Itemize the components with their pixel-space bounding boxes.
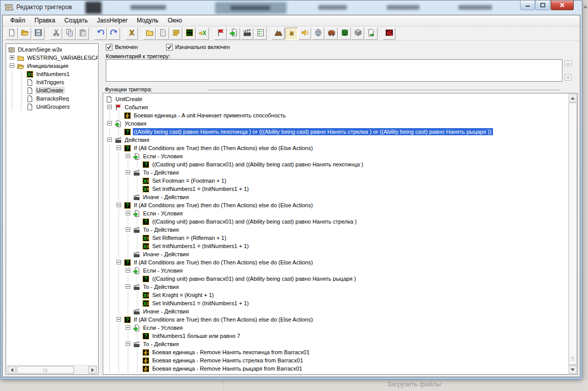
comment-input[interactable] xyxy=(106,59,562,82)
collapse-icon[interactable] xyxy=(126,284,130,289)
tree-row-label[interactable]: Боевая единица - Remove Нанять стрелка f… xyxy=(151,357,304,364)
tree-row[interactable]: То - Действия xyxy=(105,283,569,291)
tree-row[interactable]: То - Действия xyxy=(105,226,569,234)
tree-row-label[interactable]: Если - Условия xyxy=(142,324,184,331)
tree-row-label[interactable]: То - Действия xyxy=(142,283,180,290)
tree-row-label[interactable]: BarracksReq xyxy=(35,95,70,102)
collapse-icon[interactable] xyxy=(10,63,14,68)
tree-row[interactable]: BarracksReq xyxy=(8,94,98,103)
tree-row-label[interactable]: Если - Условия xyxy=(142,267,184,274)
script-checker-button[interactable] xyxy=(383,28,395,40)
tree-row[interactable]: DLearnSiege.w3x xyxy=(8,45,98,54)
tree-row[interactable]: Если - Условия xyxy=(105,209,569,217)
tree-row-label[interactable]: ((Casting unit) равно Barracx01) and ((A… xyxy=(151,218,358,225)
tree-row[interactable]: Инициализация xyxy=(8,62,98,70)
copy-button[interactable] xyxy=(63,28,76,40)
object-editor-button[interactable]: a xyxy=(285,28,298,40)
collapse-icon[interactable] xyxy=(126,211,130,215)
variables-button[interactable]: X xyxy=(196,28,209,40)
splitter-handle[interactable] xyxy=(208,90,559,91)
tree-row[interactable]: ?If (All Conditions are True) then do (T… xyxy=(105,258,569,266)
tree-row[interactable]: ?If (All Conditions are True) then do (T… xyxy=(105,144,569,152)
tree-row-label[interactable]: If (All Conditions are True) then do (Th… xyxy=(133,202,314,209)
tree-row-label[interactable]: Иначе - Действия xyxy=(142,251,191,258)
tree-row-label[interactable]: UnitGroupers xyxy=(35,103,71,110)
tree-row[interactable]: Если - Условия xyxy=(105,152,569,160)
tree-row-label[interactable]: Set InitNumbers1 = (InitNumbers1 + 1) xyxy=(151,185,250,192)
tree-row-label[interactable]: То - Действия xyxy=(142,226,180,233)
tree-row[interactable]: ?InitNumbers1 больше или равно 7 xyxy=(105,332,569,340)
tree-row[interactable]: Иначе - Действия xyxy=(105,307,569,315)
tree-row[interactable]: То - Действия xyxy=(105,168,569,177)
tree-row-label[interactable]: События xyxy=(124,104,149,111)
vscroll-thumb[interactable] xyxy=(569,103,577,365)
new-document-button[interactable] xyxy=(5,28,18,40)
collapse-icon[interactable] xyxy=(107,121,112,126)
tree-row[interactable]: ?((Casting unit) равно Barracx01) and ((… xyxy=(105,160,569,168)
collapse-icon[interactable] xyxy=(126,341,130,346)
tree-row-label[interactable]: WESTRING_VARIABLESCA xyxy=(26,54,98,61)
tree-row[interactable]: UnitCreate xyxy=(8,86,98,94)
tree-row-label[interactable]: Set Rifleman = (Rifleman + 1) xyxy=(151,234,228,241)
load-files-link[interactable]: Загрузить файлы xyxy=(387,380,441,388)
collapse-icon[interactable] xyxy=(107,137,112,142)
delete-button[interactable]: X xyxy=(125,28,138,40)
menu-item-6[interactable]: Окно xyxy=(163,15,186,26)
tree-row[interactable]: Боевая единица - Remove Нанять рыцаря fr… xyxy=(105,364,569,373)
menu-item-5[interactable]: Модуль xyxy=(132,15,163,26)
comment-scroll-down[interactable] xyxy=(565,74,572,81)
test-map-button[interactable] xyxy=(365,28,378,40)
collapse-icon[interactable] xyxy=(126,170,130,175)
new-event-button[interactable] xyxy=(214,28,227,40)
scroll-right-button[interactable] xyxy=(88,366,97,374)
sound-editor-button[interactable] xyxy=(298,28,311,40)
scroll-up-button[interactable] xyxy=(569,94,577,102)
tree-row-label[interactable]: ((Casting unit) равно Barracx01) and ((A… xyxy=(151,275,358,282)
collapse-icon[interactable] xyxy=(116,260,121,264)
tree-row-label[interactable]: Если - Условия xyxy=(142,153,184,160)
hscroll-thumb[interactable] xyxy=(17,366,74,374)
tree-row-label[interactable]: Set InitNumbers1 = (InitNumbers1 + 1) xyxy=(151,300,250,307)
tree-row-label[interactable]: Боевая единица - Remove Нанять пехотинца… xyxy=(151,349,311,356)
new-category-button[interactable] xyxy=(143,28,156,40)
tree-row[interactable]: ?If (All Conditions are True) then do (T… xyxy=(105,201,569,209)
new-action-button[interactable] xyxy=(241,28,253,40)
tree-row-label[interactable]: То - Действия xyxy=(142,169,180,176)
tree-row[interactable]: Если - Условия xyxy=(105,266,569,275)
tree-row[interactable]: Боевая единица - Remove Нанять пехотинца… xyxy=(105,348,569,356)
maximize-button[interactable] xyxy=(535,1,550,10)
tree-row[interactable]: Иначе - Действия xyxy=(105,373,569,374)
tree-row-label[interactable]: InitTriggers xyxy=(35,79,66,86)
tree-row-label[interactable]: Set Knight = (Knight + 1) xyxy=(151,291,215,299)
tree-row[interactable]: Действия xyxy=(105,136,569,144)
new-condition-button[interactable] xyxy=(227,28,240,40)
tree-row[interactable]: ?((Ability being cast) равно Нанять пехо… xyxy=(105,128,569,136)
tree-row-label[interactable]: Боевая единица - A unit Начинает применя… xyxy=(133,112,287,119)
close-button[interactable] xyxy=(551,1,574,10)
titlebar[interactable]: Редактор триггеров xyxy=(1,1,582,15)
tree-row[interactable]: То - Действия xyxy=(105,340,569,348)
minimize-button[interactable] xyxy=(520,1,535,10)
save-map-button[interactable] xyxy=(32,28,44,40)
tree-row[interactable]: UnitCreate xyxy=(105,95,569,103)
collapse-icon[interactable] xyxy=(116,317,121,322)
tree-row-label[interactable]: ((Casting unit) равно Barracx01) and ((A… xyxy=(151,161,365,168)
menu-item-1[interactable]: Файл xyxy=(6,15,30,26)
tree-row[interactable]: XSet InitNumbers1 = (InitNumbers1 + 1) xyxy=(105,242,569,250)
new-trigger-button[interactable] xyxy=(156,28,169,40)
menu-item-4[interactable]: JassHelper xyxy=(92,15,132,26)
scroll-down-button[interactable] xyxy=(569,365,577,374)
tree-row-label[interactable]: Set InitNumbers1 = (InitNumbers1 + 1) xyxy=(151,242,250,250)
tree-row-label[interactable]: InitNumbers1 xyxy=(35,70,71,78)
collapse-icon[interactable] xyxy=(126,325,130,330)
campaign-editor-button[interactable] xyxy=(325,28,338,40)
tree-row-label[interactable]: DLearnSiege.w3x xyxy=(17,46,64,53)
menu-item-2[interactable]: Правка xyxy=(30,15,60,26)
tree-row[interactable]: Условия xyxy=(105,119,569,128)
collapse-icon[interactable] xyxy=(116,145,121,150)
tree-row-label-selected[interactable]: UnitCreate xyxy=(35,87,65,94)
terrain-editor-button[interactable] xyxy=(272,28,285,40)
cut-button[interactable] xyxy=(50,28,62,40)
tree-row[interactable]: XSet InitNumbers1 = (InitNumbers1 + 1) xyxy=(105,299,569,307)
convert-custom-text-button[interactable]: 10100011 xyxy=(183,28,196,40)
